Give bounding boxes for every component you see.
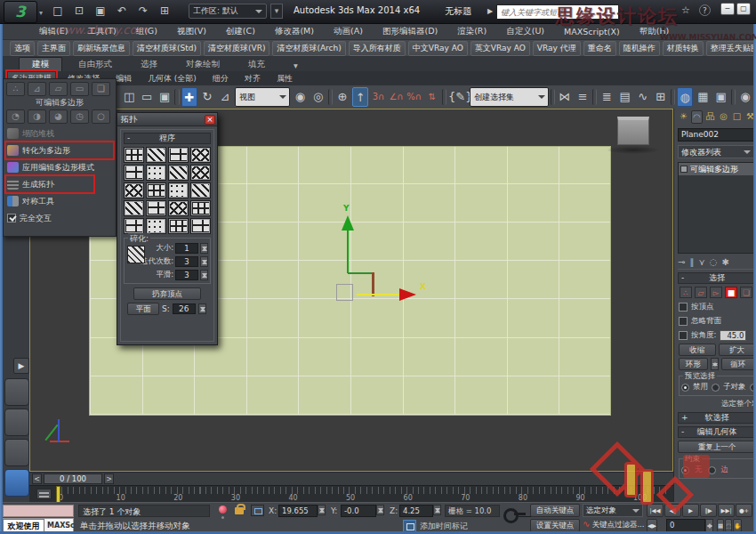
logo-caret-icon[interactable]: ▾ xyxy=(39,9,43,17)
app-logo-icon[interactable]: 3 xyxy=(4,1,37,23)
stack-item-editable-poly[interactable]: 可编辑多边形 xyxy=(679,163,753,175)
preview-subobj-radio[interactable] xyxy=(712,384,720,392)
s-field[interactable]: 26 xyxy=(173,303,196,314)
script-button-1[interactable]: 主界面 xyxy=(37,41,70,56)
search-go-icon[interactable]: ▶ xyxy=(487,7,493,15)
modifier-stack[interactable]: 可编辑多边形 xyxy=(678,162,754,254)
pattern-5-button[interactable] xyxy=(124,165,144,181)
menu-item-11[interactable]: 帮助(H) xyxy=(630,26,680,37)
script-button-3[interactable]: 清空材质球(Std) xyxy=(133,41,201,56)
selection-lock-icon[interactable] xyxy=(235,507,244,514)
go-end-button[interactable]: ▶▶| xyxy=(718,504,735,517)
selection-set-combo[interactable]: 创建选择集 xyxy=(470,87,549,107)
selection-rollout-header[interactable]: - 选择 xyxy=(678,272,756,284)
constraint-edge-radio[interactable] xyxy=(708,466,716,474)
menu-item-0[interactable]: 编辑(E) xyxy=(29,26,77,37)
menu-item-2[interactable]: 组(G) xyxy=(126,26,167,37)
menu-item-7[interactable]: 图形编辑器(D) xyxy=(373,26,447,37)
redo-icon[interactable]: ↷ xyxy=(135,3,151,19)
remove-modifier-icon[interactable]: ◌ xyxy=(710,257,718,267)
keyboard-override-icon[interactable]: ↑ xyxy=(352,87,368,107)
ignore-backfacing-row[interactable]: 忽略背面 xyxy=(679,315,755,328)
pattern-8-button[interactable] xyxy=(190,165,211,181)
topology-dialog-titlebar[interactable]: 拓扑 × xyxy=(117,113,217,126)
object-name-field[interactable]: Plane002 xyxy=(678,128,754,142)
workspace-more-icon[interactable]: ▾ xyxy=(270,4,283,19)
by-vertex-checkbox[interactable] xyxy=(679,303,688,312)
menu-item-9[interactable]: 自定义(U) xyxy=(496,26,554,37)
collapse-icon[interactable]: - xyxy=(127,134,130,143)
ribbon-tab-populate[interactable]: 填充 xyxy=(236,58,277,71)
generate-topology-item[interactable]: 生成拓扑 xyxy=(7,177,92,191)
symmetry-tool-item[interactable]: 对称工具 xyxy=(7,194,112,208)
y-spinner[interactable] xyxy=(376,505,384,515)
z-spinner[interactable] xyxy=(433,505,441,515)
procedures-rollout-header[interactable]: - 程序 xyxy=(124,133,211,144)
workspace-combo[interactable]: 工作区: 默认 xyxy=(189,4,267,19)
menu-item-4[interactable]: 创建(C) xyxy=(216,26,265,37)
current-frame-marker[interactable] xyxy=(56,486,60,503)
mini-curve-icon[interactable]: ⬚ xyxy=(725,519,732,532)
key-filters-link[interactable]: ∿关键点过滤器... xyxy=(583,519,645,530)
edge-mode-icon[interactable]: ⊿ xyxy=(28,82,46,96)
ribbon-tab-objectpaint[interactable]: 对象绘制 xyxy=(173,58,232,71)
x-spinner[interactable] xyxy=(318,505,326,515)
pattern-16-button[interactable] xyxy=(190,200,211,216)
pattern-17-button[interactable] xyxy=(124,218,144,234)
current-frame-field[interactable]: 0 xyxy=(666,519,705,532)
border-mode-icon[interactable]: ▱ xyxy=(49,82,68,96)
x-coordinate-field[interactable]: 19.655 xyxy=(278,505,318,517)
poly-tool-icon-1[interactable]: ◔ xyxy=(6,109,25,124)
soft-selection-rollout-header[interactable]: + 软选择 xyxy=(678,412,756,424)
pattern-1-button[interactable] xyxy=(124,147,144,163)
maximize-button[interactable]: ▢ xyxy=(736,3,751,15)
loop-button[interactable]: 循环 xyxy=(721,358,755,370)
panel-properties[interactable]: 属性 xyxy=(273,72,296,85)
make-unique-icon[interactable]: ⋎ xyxy=(698,257,704,267)
project-folder-icon[interactable]: ⊞ xyxy=(157,3,173,19)
select-rotate-icon[interactable]: ↻ xyxy=(199,87,215,107)
by-angle-checkbox[interactable] xyxy=(679,331,688,340)
ribbon-tab-freeform[interactable]: 自由形式 xyxy=(66,58,125,71)
collapse-icon[interactable]: - xyxy=(681,273,684,283)
menu-item-1[interactable]: 工具(T) xyxy=(77,26,125,37)
edit-geometry-rollout-header[interactable]: - 编辑几何体 xyxy=(678,426,756,438)
script-button-2[interactable]: 刷新场景信息 xyxy=(73,41,130,56)
isolate-pin-icon[interactable] xyxy=(219,506,227,514)
align-icon[interactable]: ≡ xyxy=(575,87,591,107)
prev-frame-arrow[interactable]: < xyxy=(32,473,42,484)
close-icon[interactable]: × xyxy=(205,115,215,125)
menu-item-3[interactable]: 视图(V) xyxy=(167,26,216,37)
fragment-pattern-icon[interactable] xyxy=(127,246,145,263)
pattern-2-button[interactable] xyxy=(146,147,166,163)
script-button-8[interactable]: 英文VRay AO xyxy=(470,41,530,56)
paint-select-region-icon[interactable]: ▣ xyxy=(157,87,173,107)
collapse-icon[interactable]: - xyxy=(681,427,684,437)
gizmo-plane-handle-red[interactable] xyxy=(372,272,374,296)
apply-edit-poly-item[interactable]: 应用编辑多边形模式 xyxy=(7,160,112,174)
full-interactive-checkbox[interactable] xyxy=(7,214,16,222)
poly-tool-icon-3[interactable]: ◕ xyxy=(49,109,68,124)
script-button-7[interactable]: 中文VRay AO xyxy=(408,41,468,56)
render-setup-icon[interactable]: ▦ xyxy=(695,87,711,107)
spinner-snap-icon[interactable]: ⇅ xyxy=(424,87,440,107)
gizmo-origin-square[interactable] xyxy=(336,284,353,301)
ribbon-more-caret-icon[interactable]: ▾ xyxy=(281,60,310,71)
ring-button[interactable]: 环形 xyxy=(679,358,708,370)
configure-modifier-icon[interactable]: ✱ xyxy=(721,257,728,267)
z-coordinate-field[interactable]: 4.25 xyxy=(399,505,433,517)
angle-snap-icon[interactable]: ∠∩ xyxy=(389,87,405,107)
viewport-tab-2[interactable] xyxy=(4,409,29,436)
ring-spinner[interactable] xyxy=(711,358,719,370)
collapse-stack-item[interactable]: 塌陷堆栈 xyxy=(7,126,112,141)
pattern-13-button[interactable] xyxy=(124,200,144,216)
pan-hand-icon[interactable]: ✋ xyxy=(733,519,742,532)
time-tag-toggle-icon[interactable] xyxy=(36,489,52,499)
rendered-frame-icon[interactable]: ▣ xyxy=(713,87,729,107)
full-interactive-item[interactable]: 完全交互 xyxy=(7,211,112,225)
pattern-19-button[interactable] xyxy=(168,218,189,234)
set-key-button[interactable]: ●+ xyxy=(736,504,752,517)
script-button-6[interactable]: 导入所有材质 xyxy=(349,41,406,56)
snap-3d-icon[interactable]: 3∩ xyxy=(370,87,386,107)
search-input[interactable] xyxy=(496,4,619,20)
